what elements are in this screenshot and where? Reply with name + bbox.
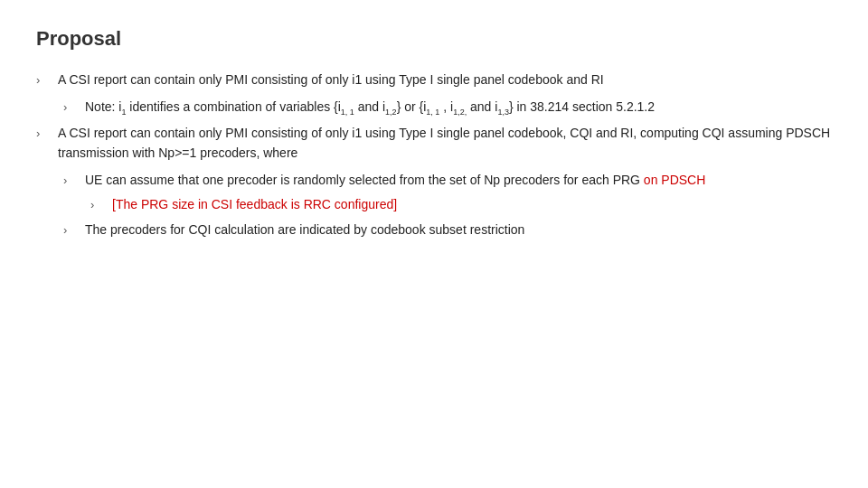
bullet-2-1-1-text: [The PRG size in CSI feedback is RRC con… [112,195,832,215]
bullet-2-1-text: UE can assume that one precoder is rando… [85,171,832,191]
bullet-2-text: A CSI report can contain only PMI consis… [58,124,832,163]
arrow-icon-2-1: › [63,172,80,190]
arrow-icon-2: › [36,125,52,143]
arrow-icon-1-1: › [63,99,80,117]
arrow-icon-2-1-1: › [90,196,107,214]
bullet-1-text: A CSI report can contain only PMI consis… [58,70,832,90]
slide: Proposal › A CSI report can contain only… [0,0,868,488]
bullet-1-1-text: Note: i1 identifies a combination of var… [85,98,832,119]
bullet-1-1: › Note: i1 identifies a combination of v… [63,98,832,119]
bullet-2-1-1: › [The PRG size in CSI feedback is RRC c… [90,195,832,215]
arrow-icon-1: › [36,71,52,89]
highlight-on-pdsch: on PDSCH [644,173,705,187]
bullet-1: › A CSI report can contain only PMI cons… [36,70,832,90]
slide-title: Proposal [36,27,832,51]
arrow-icon-2-2: › [63,221,80,239]
bullet-2-2: › The precoders for CQI calculation are … [63,221,832,240]
content-area: › A CSI report can contain only PMI cons… [36,70,832,240]
bullet-2-2-text: The precoders for CQI calculation are in… [85,221,832,240]
bullet-2-1: › UE can assume that one precoder is ran… [63,171,832,191]
bullet-2: › A CSI report can contain only PMI cons… [36,124,832,163]
